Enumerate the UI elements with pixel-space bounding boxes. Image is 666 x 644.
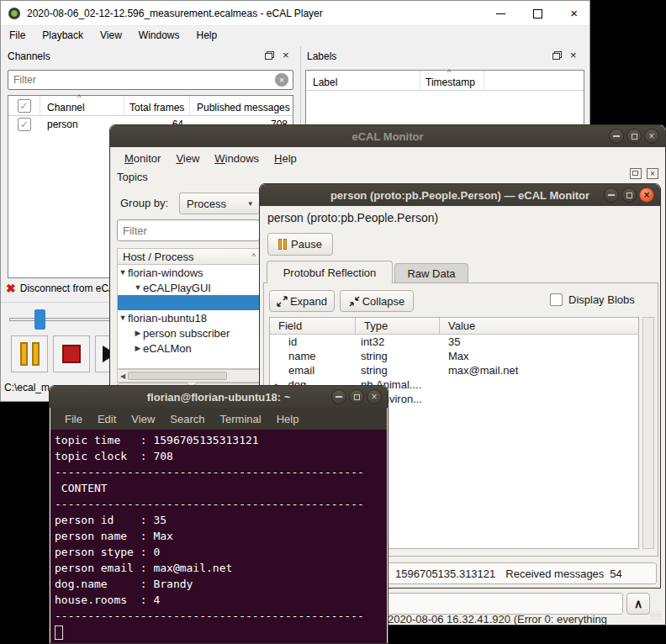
terminal-line: topic clock : 708 (55, 448, 387, 464)
terminal-menu-help[interactable]: Help (269, 409, 307, 429)
player-menu-help[interactable]: Help (188, 27, 226, 44)
status-received-count: 54 (610, 567, 621, 580)
mdi-restore-icon[interactable] (630, 168, 642, 179)
tree-expanded-icon[interactable]: ▼ (118, 268, 128, 277)
resize-grip[interactable]: ░░ (649, 611, 662, 620)
terminal-output[interactable]: topic time : 1596705135313121 topic cloc… (50, 430, 387, 643)
terminal-close-icon[interactable]: × (367, 389, 382, 404)
col-field[interactable]: Field (270, 318, 356, 334)
tree-item-selected-topic[interactable] (118, 295, 261, 310)
player-menu-file[interactable]: File (1, 27, 34, 44)
labels-col-label[interactable]: Label (306, 71, 420, 90)
monitor-window-title: eCAL Monitor (352, 130, 424, 143)
tree-item-person-subscriber[interactable]: ▶ person subscriber (118, 325, 261, 340)
monitor-titlebar[interactable]: eCAL Monitor × (110, 125, 665, 147)
tree-collapsed-icon[interactable]: ▶ (133, 329, 143, 337)
col-type[interactable]: Type (356, 318, 440, 334)
tree-collapsed-icon[interactable]: ▶ (133, 344, 143, 352)
player-maximize-icon[interactable] (533, 9, 542, 18)
field-row-name[interactable]: name string Max (270, 349, 638, 363)
monitor-minimize-icon[interactable] (609, 129, 624, 144)
terminal-maximize-icon[interactable] (349, 389, 364, 404)
table-vertical-scrollbar[interactable] (642, 317, 654, 549)
tree-horizontal-scrollbar[interactable]: ◀ (117, 369, 262, 383)
channels-col-published[interactable]: Published messages (190, 96, 293, 115)
labels-close-icon[interactable]: × (570, 51, 577, 60)
labels-col-timestamp[interactable]: ^ Timestamp (420, 71, 484, 90)
col-value[interactable]: Value (440, 318, 638, 334)
detail-close-icon[interactable]: × (639, 187, 654, 203)
tree-item-florian-ubuntu18[interactable]: ▼ florian-ubuntu18 (118, 310, 261, 325)
pause-button[interactable]: Pause (267, 233, 333, 256)
monitor-menu-monitor[interactable]: Monitor (117, 149, 168, 168)
topics-section-title: Topics (117, 171, 148, 183)
window-terminal: florian@florian-ubuntu18: ~ × File Edit … (49, 385, 388, 644)
pause-playback-button[interactable] (11, 335, 48, 372)
stop-playback-button[interactable] (53, 335, 90, 372)
monitor-maximize-icon[interactable] (626, 129, 642, 144)
filter-clear-icon[interactable]: × (275, 73, 288, 87)
tree-item-ecalplaygui[interactable]: ▼ eCALPlayGUI (118, 280, 261, 295)
player-titlebar[interactable]: 2020-08-06_02-12-12.596_measurement.ecal… (1, 1, 589, 26)
mdi-close-icon[interactable]: × (647, 168, 658, 179)
playback-slider-handle[interactable] (34, 309, 45, 330)
log-expand-button[interactable]: ∧ (626, 593, 650, 615)
detail-minimize-icon[interactable] (604, 187, 619, 203)
channels-float-icon[interactable] (265, 51, 274, 60)
channels-panel-title: Channels (8, 48, 50, 65)
detail-maximize-icon[interactable] (621, 187, 637, 203)
scrollbar-thumb[interactable] (128, 372, 227, 380)
detail-titlebar[interactable]: person (proto:pb.People.Person) — eCAL M… (260, 184, 660, 206)
topics-filter-input[interactable] (118, 220, 259, 240)
monitor-menu-help[interactable]: Help (267, 149, 304, 168)
tree-expanded-icon[interactable]: ▼ (118, 314, 128, 322)
channels-col-total-frames[interactable]: Total frames (124, 96, 190, 115)
group-by-combobox[interactable]: Process ▾ (179, 193, 260, 214)
pause-icon (278, 239, 287, 250)
detail-heading: person (proto:pb.People.Person) (267, 211, 438, 224)
monitor-menu-view[interactable]: View (168, 149, 207, 168)
monitor-close-icon[interactable]: × (644, 129, 659, 144)
topics-filter[interactable] (117, 219, 260, 241)
terminal-line: topic time : 1596705135313121 (55, 432, 387, 448)
player-menu-windows[interactable]: Windows (130, 27, 188, 44)
tab-raw-data[interactable]: Raw Data (394, 263, 468, 283)
terminal-menu-terminal[interactable]: Terminal (213, 409, 269, 429)
channel-checkbox[interactable]: ✓ (18, 118, 31, 131)
collapse-button[interactable]: Collapse (340, 290, 414, 312)
player-close-icon[interactable]: × (570, 1, 578, 26)
player-menu-view[interactable]: View (92, 27, 130, 44)
field-row-email[interactable]: email string max@mail.net (270, 363, 638, 377)
disconnect-label: Disconnect from eCAL (20, 282, 121, 294)
sort-asc-icon: ^ (77, 93, 81, 102)
pause-icon (32, 342, 40, 366)
channels-filter[interactable]: × (8, 70, 293, 90)
labels-float-icon[interactable] (552, 51, 562, 60)
terminal-titlebar[interactable]: florian@florian-ubuntu18: ~ × (50, 386, 388, 408)
player-minimize-icon[interactable] (496, 13, 505, 14)
disconnect-button[interactable]: ✖ Disconnect from eCAL (6, 282, 121, 295)
tab-protobuf-reflection[interactable]: Protobuf Reflection (267, 261, 393, 283)
display-blobs-checkbox[interactable] (550, 293, 563, 306)
tree-item-ecalmon[interactable]: ▶ eCALMon (118, 340, 261, 356)
scroll-left-icon[interactable]: ◀ (118, 372, 128, 380)
player-menu-playback[interactable]: Playback (34, 27, 92, 44)
terminal-menu-edit[interactable]: Edit (90, 409, 124, 429)
tree-expanded-icon[interactable]: ▼ (133, 283, 143, 292)
channels-filter-input[interactable] (8, 71, 293, 89)
terminal-menu-view[interactable]: View (124, 409, 162, 429)
group-by-label: Group by: (120, 197, 168, 209)
field-row-id[interactable]: id int32 35 (270, 335, 638, 349)
terminal-menu-file[interactable]: File (57, 409, 90, 429)
terminal-minimize-icon[interactable] (331, 389, 346, 404)
expand-icon (277, 296, 288, 307)
channels-col-channel[interactable]: ^ Channel (40, 96, 124, 115)
tree-item-florian-windows[interactable]: ▼ florian-windows (118, 265, 261, 280)
terminal-menu-search[interactable]: Search (162, 409, 212, 429)
tree-header-host-process[interactable]: Host / Process ^ (117, 248, 262, 265)
channels-select-all-checkbox[interactable]: ✓ (18, 99, 31, 113)
expand-button[interactable]: Expand (269, 290, 335, 312)
monitor-menu-windows[interactable]: Windows (207, 149, 267, 168)
channels-close-icon[interactable]: × (283, 51, 289, 60)
monitor-menubar: Monitor View Windows Help (110, 147, 665, 169)
